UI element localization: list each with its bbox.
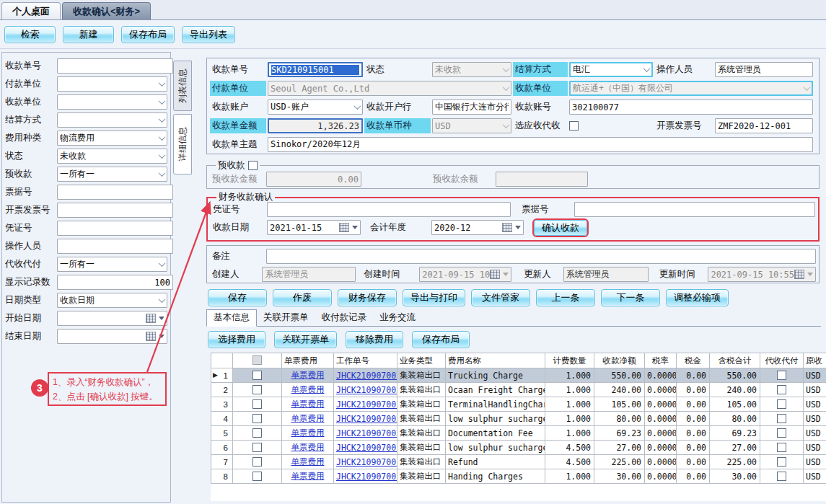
row-number-cell[interactable]: ▶8 bbox=[211, 469, 233, 484]
work-order-link[interactable]: JHCK210907002 bbox=[336, 399, 397, 410]
collect-pay-cell[interactable] bbox=[760, 383, 804, 397]
bill-no-input[interactable] bbox=[574, 202, 815, 217]
fee-type-link[interactable]: 单票费用 bbox=[291, 472, 325, 480]
tab-payment-records[interactable]: 收付款记录 bbox=[315, 310, 374, 326]
voucher-no-input[interactable] bbox=[267, 202, 511, 217]
col-qty[interactable]: 计费数量 bbox=[545, 353, 594, 368]
prev-record-button[interactable]: 上一条 bbox=[536, 289, 595, 306]
work-order-link[interactable]: JHCK210907002 bbox=[336, 428, 397, 438]
export-list-button[interactable]: 导出列表 bbox=[182, 26, 235, 43]
col-fee-type[interactable]: 单票费用 bbox=[282, 353, 334, 368]
filter-invoice-no-input[interactable] bbox=[57, 203, 173, 218]
fee-type-link[interactable]: 单票费用 bbox=[291, 399, 325, 408]
filter-status-select[interactable]: 未收款 bbox=[57, 149, 167, 164]
collect-pay-checkbox[interactable] bbox=[777, 457, 786, 467]
work-order-link[interactable]: JHCK210907002 bbox=[336, 414, 397, 424]
col-fee-name[interactable]: 费用名称 bbox=[446, 353, 545, 368]
filter-voucher-no-input[interactable] bbox=[57, 221, 173, 236]
fiscal-year-picker[interactable]: 2020-12 bbox=[431, 220, 524, 235]
row-number-cell[interactable]: ▶6 bbox=[211, 441, 233, 455]
row-select-cell[interactable] bbox=[233, 455, 282, 469]
row-number-cell[interactable]: ▶4 bbox=[211, 412, 233, 426]
prepay-checkbox[interactable] bbox=[248, 161, 258, 170]
export-print-button[interactable]: 导出与打印 bbox=[403, 289, 465, 306]
tab-basic-info[interactable]: 基本信息 bbox=[206, 309, 257, 327]
col-tax-rate[interactable]: 税率 bbox=[645, 353, 677, 368]
filter-date-type-select[interactable]: 收款日期 bbox=[57, 293, 167, 308]
table-row[interactable]: ▶1 单票费用 JHCK210907002 集装箱出口 Trucking Cha… bbox=[211, 368, 826, 383]
collect-pay-cell[interactable] bbox=[760, 426, 804, 441]
filter-payer-select[interactable] bbox=[57, 76, 167, 92]
fee-type-link[interactable]: 单票费用 bbox=[291, 371, 325, 379]
col-total[interactable]: 含税合计 bbox=[710, 353, 760, 368]
table-row[interactable]: ▶7 单票费用 JHCK210907001 集装箱出口 Refund 4.500… bbox=[211, 455, 826, 469]
receipt-no-input[interactable]: SKD210915001 bbox=[268, 62, 363, 77]
collect-pay-cell[interactable] bbox=[760, 441, 804, 455]
filter-payee-select[interactable] bbox=[57, 94, 167, 110]
work-order-link[interactable]: JHCK210907002 bbox=[336, 371, 397, 381]
fee-type-link[interactable]: 单票费用 bbox=[291, 428, 325, 437]
row-checkbox[interactable] bbox=[252, 443, 262, 452]
col-collect-pay[interactable]: 代收代付 bbox=[760, 353, 804, 368]
next-record-button[interactable]: 下一条 bbox=[601, 289, 660, 306]
receivable-collect-checkbox[interactable] bbox=[569, 121, 579, 131]
table-row[interactable]: ▶8 单票费用 JHCK210907002 集装箱出口 Handing Char… bbox=[211, 469, 826, 484]
filter-operator-input[interactable] bbox=[57, 239, 173, 254]
collect-pay-checkbox[interactable] bbox=[777, 385, 786, 394]
table-row[interactable]: ▶3 单票费用 JHCK210907002 集装箱出口 TerminalHand… bbox=[211, 397, 826, 412]
row-checkbox[interactable] bbox=[252, 385, 262, 394]
filter-end-date-picker[interactable] bbox=[57, 329, 167, 344]
collect-pay-cell[interactable] bbox=[760, 397, 804, 412]
select-fee-button[interactable]: 选择费用 bbox=[208, 331, 265, 348]
filter-record-count-input[interactable] bbox=[57, 275, 173, 290]
select-all-header[interactable] bbox=[233, 353, 282, 368]
row-select-cell[interactable] bbox=[233, 412, 282, 426]
adjust-required-button[interactable]: 调整必输项 bbox=[666, 289, 729, 306]
filter-settle-select[interactable] bbox=[57, 112, 167, 128]
work-order-link[interactable]: JHCK210907001 bbox=[336, 457, 397, 467]
col-orig-currency[interactable]: 原收 bbox=[804, 353, 826, 368]
tab-receipt-confirm[interactable]: 收款确认<财务> bbox=[62, 2, 151, 19]
fee-type-link[interactable]: 单票费用 bbox=[291, 385, 325, 394]
row-number-cell[interactable]: ▶2 bbox=[211, 383, 233, 397]
filter-prepay-select[interactable]: 一所有一 bbox=[57, 167, 167, 182]
collect-pay-checkbox[interactable] bbox=[777, 399, 786, 409]
tab-biz-exchange[interactable]: 业务交流 bbox=[373, 310, 422, 326]
void-button[interactable]: 作废 bbox=[273, 289, 332, 306]
filter-start-date-picker[interactable] bbox=[57, 311, 167, 326]
collect-pay-cell[interactable] bbox=[760, 368, 804, 383]
account-select[interactable]: USD-账户 bbox=[268, 100, 363, 115]
row-select-cell[interactable] bbox=[233, 426, 282, 441]
table-row[interactable]: ▶4 单票费用 JHCK210907002 集装箱出口 low sulphur … bbox=[211, 412, 826, 426]
side-tab-detail-info[interactable]: 详细信息 bbox=[173, 114, 192, 174]
col-biz-type[interactable]: 业务类型 bbox=[397, 353, 446, 368]
side-tab-list-info[interactable]: 列表信息 bbox=[173, 61, 192, 111]
filter-fee-kind-select[interactable]: 物流费用 bbox=[57, 131, 167, 146]
col-work-order[interactable]: 工作单号 bbox=[334, 353, 397, 368]
work-order-link[interactable]: JHCK210907001 bbox=[336, 443, 397, 453]
row-select-cell[interactable] bbox=[233, 368, 282, 383]
operator-input[interactable]: 系统管理员 bbox=[715, 62, 813, 77]
fee-type-link[interactable]: 单票费用 bbox=[291, 414, 325, 423]
tab-personal-desktop[interactable]: 个人桌面 bbox=[1, 2, 61, 19]
table-row[interactable]: ▶2 单票费用 JHCK210907002 集装箱出口 Ocaan Freigh… bbox=[211, 383, 826, 397]
row-checkbox[interactable] bbox=[252, 428, 262, 438]
row-select-cell[interactable] bbox=[233, 441, 282, 455]
row-checkbox[interactable] bbox=[252, 399, 262, 409]
row-select-cell[interactable] bbox=[233, 469, 282, 484]
account-no-input[interactable]: 302100077 bbox=[569, 100, 813, 115]
fee-type-link[interactable]: 单票费用 bbox=[291, 443, 325, 451]
collect-pay-checkbox[interactable] bbox=[777, 428, 786, 438]
col-tax[interactable]: 税金 bbox=[677, 353, 710, 368]
row-number-cell[interactable]: ▶1 bbox=[211, 368, 233, 383]
collect-pay-checkbox[interactable] bbox=[777, 371, 786, 380]
collect-pay-checkbox[interactable] bbox=[777, 443, 786, 452]
collect-pay-cell[interactable] bbox=[760, 455, 804, 469]
filter-collect-pay-select[interactable]: 一所有一 bbox=[57, 257, 167, 272]
row-number-cell[interactable]: ▶3 bbox=[211, 397, 233, 412]
link-invoice-button[interactable]: 关联开票单 bbox=[274, 331, 337, 348]
finance-save-button[interactable]: 财务保存 bbox=[338, 289, 397, 306]
collect-pay-cell[interactable] bbox=[760, 469, 804, 484]
filter-receipt-no-input[interactable] bbox=[57, 58, 173, 74]
file-manager-button[interactable]: 文件管家 bbox=[471, 289, 530, 306]
